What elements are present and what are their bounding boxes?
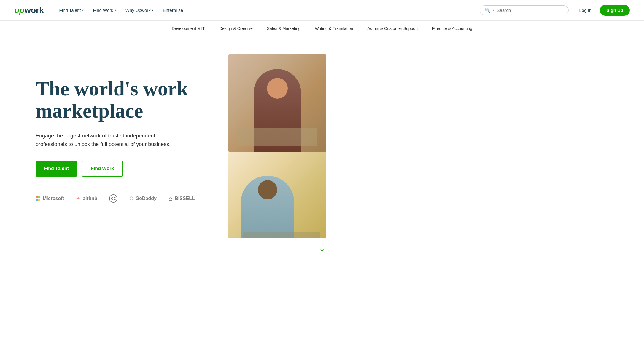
hero-buttons: Find Talent Find Work	[36, 161, 217, 177]
hero-image-woman	[228, 54, 326, 152]
microsoft-icon	[36, 196, 40, 201]
login-button[interactable]: Log In	[576, 5, 595, 15]
category-bar: Development & IT Design & Creative Sales…	[0, 21, 644, 36]
category-design-creative[interactable]: Design & Creative	[219, 25, 253, 32]
category-writing-translation[interactable]: Writing & Translation	[315, 25, 353, 32]
airbnb-icon: ✦	[76, 195, 80, 202]
logo-text: upwork	[14, 6, 44, 15]
search-input[interactable]	[497, 8, 564, 13]
nav-find-talent[interactable]: Find Talent ▾	[56, 5, 87, 15]
logo-ge: GE	[109, 194, 117, 203]
logo-bissell: ⌂ BISSELL	[168, 195, 195, 202]
logo[interactable]: upwork	[14, 6, 44, 15]
hero-images	[228, 54, 395, 226]
find-work-button[interactable]: Find Work	[82, 161, 123, 177]
category-sales-marketing[interactable]: Sales & Marketing	[267, 25, 301, 32]
hero-content: The world's work marketplace Engage the …	[36, 78, 228, 202]
godaddy-icon: ⬡	[129, 196, 133, 201]
find-work-chevron-icon: ▾	[115, 9, 116, 12]
find-talent-button[interactable]: Find Talent	[36, 161, 77, 177]
search-icon: 🔍	[485, 7, 491, 13]
category-finance-accounting[interactable]: Finance & Accounting	[432, 25, 472, 32]
find-talent-chevron-icon: ▾	[82, 9, 84, 12]
scroll-down-icon[interactable]: ⌄	[319, 244, 325, 254]
ge-icon: GE	[109, 194, 117, 203]
category-admin-support[interactable]: Admin & Customer Support	[367, 25, 418, 32]
hero-title: The world's work marketplace	[36, 78, 217, 122]
scroll-indicator[interactable]: ⌄	[0, 238, 644, 260]
nav-find-work[interactable]: Find Work ▾	[90, 5, 120, 15]
search-bar: 🔍 ▾	[480, 5, 569, 15]
nav-why-upwork[interactable]: Why Upwork ▾	[122, 5, 157, 15]
why-upwork-chevron-icon: ▾	[152, 9, 153, 12]
hero-subtitle: Engage the largest network of trusted in…	[36, 132, 178, 149]
category-development-it[interactable]: Development & IT	[172, 25, 205, 32]
logo-airbnb: ✦ airbnb	[76, 195, 97, 202]
signup-button[interactable]: Sign Up	[600, 5, 630, 16]
nav-links: Find Talent ▾ Find Work ▾ Why Upwork ▾ E…	[56, 5, 480, 15]
hero-section: The world's work marketplace Engage the …	[0, 36, 644, 238]
bissell-icon: ⌂	[168, 195, 172, 202]
nav-enterprise[interactable]: Enterprise	[159, 5, 187, 15]
logo-microsoft: Microsoft	[36, 196, 64, 201]
hero-image-man	[228, 152, 326, 238]
search-filter-icon[interactable]: ▾	[493, 9, 494, 12]
navbar: upwork Find Talent ▾ Find Work ▾ Why Upw…	[0, 0, 644, 21]
nav-auth: Log In Sign Up	[576, 5, 630, 16]
trusted-by-section: Microsoft ✦ airbnb GE ⬡ GoDaddy ⌂ BISSEL…	[36, 194, 217, 203]
logo-godaddy: ⬡ GoDaddy	[129, 196, 157, 201]
